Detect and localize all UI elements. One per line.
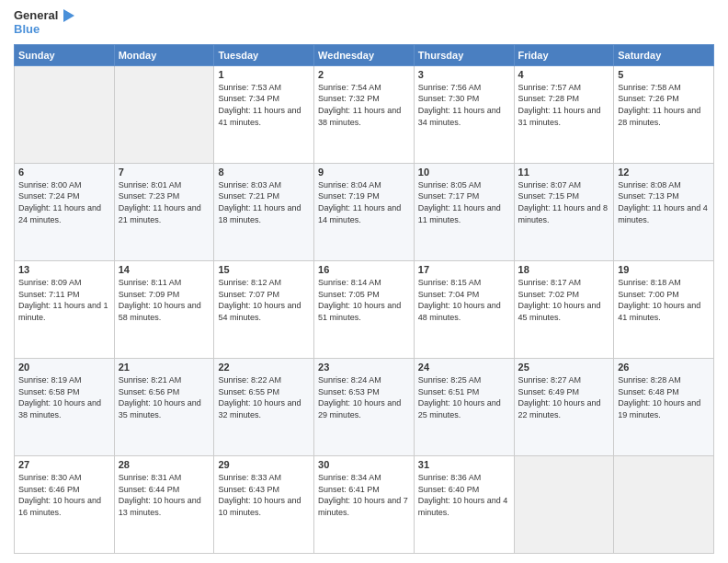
- header: General Blue: [14, 9, 714, 37]
- day-number: 9: [318, 167, 410, 178]
- logo-blue-text: Blue: [14, 23, 74, 37]
- calendar-table: SundayMondayTuesdayWednesdayThursdayFrid…: [14, 44, 714, 554]
- calendar-cell: 17Sunrise: 8:15 AM Sunset: 7:04 PM Dayli…: [414, 260, 514, 358]
- calendar-cell: 7Sunrise: 8:01 AM Sunset: 7:23 PM Daylig…: [114, 163, 214, 260]
- day-number: 8: [218, 167, 310, 178]
- cell-content: Sunrise: 8:05 AM Sunset: 7:17 PM Dayligh…: [418, 179, 510, 225]
- cell-content: Sunrise: 8:24 AM Sunset: 6:53 PM Dayligh…: [318, 374, 410, 420]
- day-number: 30: [318, 459, 410, 470]
- cell-content: Sunrise: 8:14 AM Sunset: 7:05 PM Dayligh…: [318, 277, 410, 323]
- calendar-cell: 10Sunrise: 8:05 AM Sunset: 7:17 PM Dayli…: [414, 163, 514, 260]
- calendar-cell: 31Sunrise: 8:36 AM Sunset: 6:40 PM Dayli…: [414, 455, 514, 553]
- day-number: 13: [18, 264, 110, 275]
- day-number: 11: [518, 167, 610, 178]
- calendar-page: General Blue SundayMondayTuesdayWednesda…: [0, 0, 728, 563]
- day-number: 16: [318, 264, 410, 275]
- cell-content: Sunrise: 8:18 AM Sunset: 7:00 PM Dayligh…: [618, 277, 710, 323]
- calendar-cell: 6Sunrise: 8:00 AM Sunset: 7:24 PM Daylig…: [15, 163, 115, 260]
- calendar-cell: 3Sunrise: 7:56 AM Sunset: 7:30 PM Daylig…: [414, 65, 514, 163]
- calendar-cell: [114, 65, 214, 163]
- cell-content: Sunrise: 8:04 AM Sunset: 7:19 PM Dayligh…: [318, 179, 410, 225]
- cell-content: Sunrise: 8:03 AM Sunset: 7:21 PM Dayligh…: [218, 179, 310, 225]
- day-number: 20: [18, 362, 110, 373]
- weekday-header-monday: Monday: [114, 44, 214, 65]
- calendar-cell: 9Sunrise: 8:04 AM Sunset: 7:19 PM Daylig…: [314, 163, 415, 260]
- day-number: 14: [119, 264, 210, 275]
- cell-content: Sunrise: 8:33 AM Sunset: 6:43 PM Dayligh…: [218, 472, 310, 518]
- cell-content: Sunrise: 8:15 AM Sunset: 7:04 PM Dayligh…: [418, 277, 510, 323]
- svg-marker-0: [63, 9, 74, 22]
- calendar-cell: 28Sunrise: 8:31 AM Sunset: 6:44 PM Dayli…: [114, 455, 214, 553]
- cell-content: Sunrise: 8:08 AM Sunset: 7:13 PM Dayligh…: [618, 179, 710, 225]
- cell-content: Sunrise: 8:11 AM Sunset: 7:09 PM Dayligh…: [119, 277, 210, 323]
- logo: General Blue: [14, 9, 74, 37]
- day-number: 23: [318, 362, 410, 373]
- cell-content: Sunrise: 8:34 AM Sunset: 6:41 PM Dayligh…: [318, 472, 410, 518]
- calendar-cell: 12Sunrise: 8:08 AM Sunset: 7:13 PM Dayli…: [614, 163, 714, 260]
- cell-content: Sunrise: 7:54 AM Sunset: 7:32 PM Dayligh…: [318, 82, 410, 128]
- week-row-2: 6Sunrise: 8:00 AM Sunset: 7:24 PM Daylig…: [15, 163, 714, 260]
- calendar-cell: 21Sunrise: 8:21 AM Sunset: 6:56 PM Dayli…: [114, 358, 214, 455]
- calendar-cell: 11Sunrise: 8:07 AM Sunset: 7:15 PM Dayli…: [514, 163, 614, 260]
- day-number: 15: [218, 264, 310, 275]
- weekday-header-sunday: Sunday: [15, 44, 115, 65]
- day-number: 19: [618, 264, 710, 275]
- calendar-cell: 19Sunrise: 8:18 AM Sunset: 7:00 PM Dayli…: [614, 260, 714, 358]
- day-number: 6: [18, 167, 110, 178]
- calendar-cell: 4Sunrise: 7:57 AM Sunset: 7:28 PM Daylig…: [514, 65, 614, 163]
- day-number: 26: [618, 362, 710, 373]
- logo-general-text: General: [14, 9, 58, 23]
- cell-content: Sunrise: 8:21 AM Sunset: 6:56 PM Dayligh…: [119, 374, 210, 420]
- cell-content: Sunrise: 8:28 AM Sunset: 6:48 PM Dayligh…: [618, 374, 710, 420]
- day-number: 1: [218, 69, 310, 80]
- calendar-cell: 15Sunrise: 8:12 AM Sunset: 7:07 PM Dayli…: [214, 260, 314, 358]
- day-number: 7: [119, 167, 210, 178]
- day-number: 10: [418, 167, 510, 178]
- calendar-cell: 30Sunrise: 8:34 AM Sunset: 6:41 PM Dayli…: [314, 455, 415, 553]
- weekday-header-tuesday: Tuesday: [214, 44, 314, 65]
- calendar-cell: 22Sunrise: 8:22 AM Sunset: 6:55 PM Dayli…: [214, 358, 314, 455]
- day-number: 12: [618, 167, 710, 178]
- day-number: 18: [518, 264, 610, 275]
- cell-content: Sunrise: 8:17 AM Sunset: 7:02 PM Dayligh…: [518, 277, 610, 323]
- day-number: 31: [418, 459, 510, 470]
- day-number: 21: [119, 362, 210, 373]
- logo-graphic: General Blue: [14, 9, 74, 37]
- cell-content: Sunrise: 7:53 AM Sunset: 7:34 PM Dayligh…: [218, 82, 310, 128]
- cell-content: Sunrise: 8:00 AM Sunset: 7:24 PM Dayligh…: [18, 179, 110, 225]
- logo-arrow-icon: [60, 9, 74, 22]
- calendar-cell: [15, 65, 115, 163]
- day-number: 3: [418, 69, 510, 80]
- cell-content: Sunrise: 8:30 AM Sunset: 6:46 PM Dayligh…: [18, 472, 110, 518]
- weekday-header-thursday: Thursday: [414, 44, 514, 65]
- cell-content: Sunrise: 8:31 AM Sunset: 6:44 PM Dayligh…: [119, 472, 210, 518]
- calendar-cell: 13Sunrise: 8:09 AM Sunset: 7:11 PM Dayli…: [15, 260, 115, 358]
- cell-content: Sunrise: 8:22 AM Sunset: 6:55 PM Dayligh…: [218, 374, 310, 420]
- calendar-cell: [614, 455, 714, 553]
- calendar-cell: 16Sunrise: 8:14 AM Sunset: 7:05 PM Dayli…: [314, 260, 415, 358]
- cell-content: Sunrise: 8:19 AM Sunset: 6:58 PM Dayligh…: [18, 374, 110, 420]
- calendar-cell: 14Sunrise: 8:11 AM Sunset: 7:09 PM Dayli…: [114, 260, 214, 358]
- calendar-cell: 20Sunrise: 8:19 AM Sunset: 6:58 PM Dayli…: [15, 358, 115, 455]
- day-number: 2: [318, 69, 410, 80]
- weekday-header-saturday: Saturday: [614, 44, 714, 65]
- calendar-cell: 29Sunrise: 8:33 AM Sunset: 6:43 PM Dayli…: [214, 455, 314, 553]
- calendar-cell: 18Sunrise: 8:17 AM Sunset: 7:02 PM Dayli…: [514, 260, 614, 358]
- week-row-4: 20Sunrise: 8:19 AM Sunset: 6:58 PM Dayli…: [15, 358, 714, 455]
- cell-content: Sunrise: 8:07 AM Sunset: 7:15 PM Dayligh…: [518, 179, 610, 225]
- calendar-cell: 2Sunrise: 7:54 AM Sunset: 7:32 PM Daylig…: [314, 65, 415, 163]
- cell-content: Sunrise: 7:57 AM Sunset: 7:28 PM Dayligh…: [518, 82, 610, 128]
- calendar-cell: 25Sunrise: 8:27 AM Sunset: 6:49 PM Dayli…: [514, 358, 614, 455]
- day-number: 27: [18, 459, 110, 470]
- cell-content: Sunrise: 8:01 AM Sunset: 7:23 PM Dayligh…: [119, 179, 210, 225]
- weekday-header-wednesday: Wednesday: [314, 44, 415, 65]
- day-number: 28: [119, 459, 210, 470]
- cell-content: Sunrise: 8:25 AM Sunset: 6:51 PM Dayligh…: [418, 374, 510, 420]
- day-number: 25: [518, 362, 610, 373]
- day-number: 29: [218, 459, 310, 470]
- cell-content: Sunrise: 7:58 AM Sunset: 7:26 PM Dayligh…: [618, 82, 710, 128]
- weekday-header-friday: Friday: [514, 44, 614, 65]
- calendar-cell: 24Sunrise: 8:25 AM Sunset: 6:51 PM Dayli…: [414, 358, 514, 455]
- cell-content: Sunrise: 8:27 AM Sunset: 6:49 PM Dayligh…: [518, 374, 610, 420]
- week-row-5: 27Sunrise: 8:30 AM Sunset: 6:46 PM Dayli…: [15, 455, 714, 553]
